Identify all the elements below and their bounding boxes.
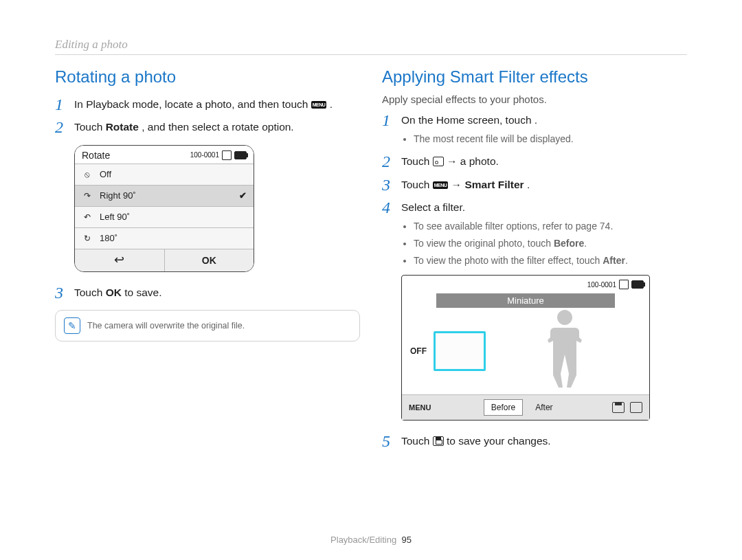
battery-icon — [631, 280, 644, 289]
footer-section: Playback/Editing — [330, 535, 396, 545]
note-text: The camera will overwrite the original f… — [87, 321, 245, 331]
sf-step-5: 5 Touch to save your changes. — [382, 433, 687, 449]
sf-step-2-arrow: → a photo. — [447, 155, 499, 167]
left-column: Rotating a photo 1 In Playback mode, loc… — [55, 62, 360, 456]
rotate-option-label: 180˚ — [100, 233, 117, 243]
sf-step-5-text-a: Touch — [401, 435, 433, 447]
sf-step-4-text: Select a filter. — [401, 201, 465, 213]
save-icon[interactable] — [612, 402, 625, 413]
sf-step-4: 4 Select a filter. To see available filt… — [382, 199, 687, 268]
rotate-right-icon: ↷ — [82, 190, 93, 201]
battery-icon — [234, 151, 247, 159]
rotate-dialog-header: Rotate 100-0001 — [75, 146, 254, 164]
page-footer: Playback/Editing 95 — [0, 535, 742, 545]
sf-step-5-text-b: to save your changes. — [447, 435, 551, 447]
filter-screen-main: OFF — [402, 308, 649, 394]
rotate-option-180[interactable]: ↻ 180˚ ✔ — [75, 227, 254, 249]
footer-page-number: 95 — [401, 535, 411, 545]
sd-card-icon — [222, 150, 232, 160]
sf-step-2-text-a: Touch — [401, 155, 433, 167]
sf-step-2: 2 Touch → a photo. — [382, 153, 687, 169]
steps-smartfilter-cont: 5 Touch to save your changes. — [382, 433, 687, 449]
filter-thumbnail[interactable] — [434, 331, 486, 371]
sd-card-icon — [619, 280, 629, 289]
step-1-text-a: In Playback mode, locate a photo, and th… — [74, 98, 311, 110]
steps-rotating-cont: 3 Touch OK to save. — [55, 284, 360, 300]
sf-step-3-bold: Smart Filter — [464, 179, 524, 190]
sf-step-3-text-a: Touch — [401, 179, 433, 190]
sf-step-4-sublist: To see available filter options, refer t… — [401, 219, 687, 268]
rotate-dialog-code: 100-0001 — [190, 151, 219, 159]
after-tab[interactable]: After — [528, 400, 559, 415]
off-icon: ⦸ — [82, 169, 93, 180]
filter-screen-code: 100-0001 — [587, 281, 616, 289]
step-3-text-a: Touch — [74, 287, 106, 298]
save-icon — [433, 436, 444, 446]
rotate-dialog-footer: ↩ OK — [75, 249, 254, 271]
note-box: ✎ The camera will overwrite the original… — [55, 310, 360, 341]
menu-icon: MENU — [433, 181, 449, 189]
step-3-text-b: to save. — [124, 287, 161, 298]
rotate-left-icon: ↶ — [82, 212, 93, 223]
back-button[interactable]: ↩ — [75, 249, 165, 271]
rotate-option-label: Off — [100, 169, 111, 179]
section-title-rotating: Rotating a photo — [55, 67, 360, 87]
maximize-icon[interactable] — [630, 402, 642, 413]
filter-screen: 100-0001 Miniature OFF MENU — [401, 275, 650, 421]
sf-step-3-arrow: → — [451, 179, 465, 190]
sf-step-1-sublist: The most recent file will be displayed. — [401, 132, 687, 146]
steps-rotating: 1 In Playback mode, locate a photo, and … — [55, 96, 360, 135]
sf-step-1: 1 On the Home screen, touch . The most r… — [382, 112, 687, 146]
step-2-text-b: , and then select a rotate option. — [142, 121, 293, 133]
sf-step-4-sub1: To see available filter options, refer t… — [414, 219, 687, 234]
sf-step-1-sub1: The most recent file will be displayed. — [414, 132, 687, 146]
divider — [55, 54, 687, 55]
ok-text: OK — [106, 287, 122, 298]
step-2: 2 Touch Rotate , and then select a rotat… — [55, 119, 360, 135]
before-tab[interactable]: Before — [484, 399, 523, 416]
sf-step-3-dot: . — [527, 179, 530, 190]
breadcrumb: Editing a photo — [55, 38, 687, 52]
intro-text: Apply special effects to your photos. — [382, 93, 687, 105]
steps-smartfilter: 1 On the Home screen, touch . The most r… — [382, 112, 687, 268]
selected-check-icon: ✔ — [239, 190, 247, 201]
filter-off-label[interactable]: OFF — [410, 346, 427, 356]
menu-button[interactable]: MENU — [409, 403, 431, 412]
step-1: 1 In Playback mode, locate a photo, and … — [55, 96, 360, 112]
rotate-option-left90[interactable]: ↶ Left 90˚ ✔ — [75, 206, 254, 227]
filter-name-label: Miniature — [436, 293, 615, 308]
step-1-text-b: . — [330, 98, 333, 110]
filter-screen-bottombar: MENU Before After — [402, 394, 649, 420]
sf-step-3: 3 Touch MENU → Smart Filter . — [382, 177, 687, 192]
filter-screen-statusbar: 100-0001 — [402, 276, 649, 293]
sf-step-4-sub3: To view the photo with the filter effect… — [414, 254, 687, 268]
section-title-smartfilter: Applying Smart Filter effects — [382, 67, 687, 87]
rotate-180-icon: ↻ — [82, 233, 93, 244]
right-column: Applying Smart Filter effects Apply spec… — [382, 62, 687, 456]
photo-icon — [433, 157, 444, 166]
ok-button[interactable]: OK — [165, 249, 254, 271]
rotate-dialog-title: Rotate — [82, 150, 110, 161]
rotate-dialog: Rotate 100-0001 ⦸ Off ✔ ↷ Right 90˚ ✔ — [74, 145, 254, 272]
silhouette-icon — [541, 306, 589, 389]
rotate-option-label: Left 90˚ — [100, 212, 130, 222]
menu-icon: MENU — [311, 101, 327, 109]
step-2-text-a: Touch — [74, 121, 106, 133]
rotate-option-off[interactable]: ⦸ Off ✔ — [75, 164, 254, 185]
note-badge-icon: ✎ — [64, 317, 80, 334]
sf-step-1-text: On the Home screen, touch . — [401, 114, 537, 126]
rotate-option-label: Right 90˚ — [100, 190, 136, 201]
step-2-bold: Rotate — [106, 121, 139, 133]
sf-step-4-sub2: To view the original photo, touch Before… — [414, 236, 687, 251]
step-3: 3 Touch OK to save. — [55, 284, 360, 300]
rotate-option-right90[interactable]: ↷ Right 90˚ ✔ — [75, 185, 254, 206]
